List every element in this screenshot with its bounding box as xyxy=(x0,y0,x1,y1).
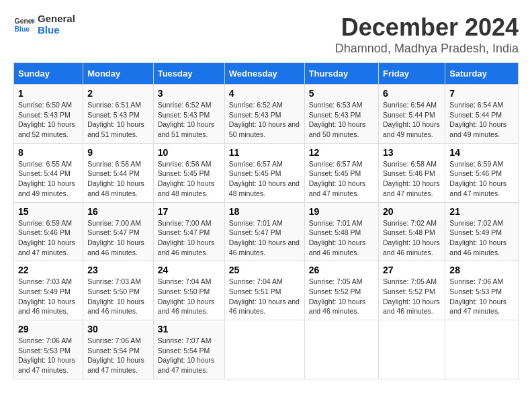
calendar-cell: 1Sunrise: 6:50 AMSunset: 5:43 PMDaylight… xyxy=(14,85,83,144)
calendar-cell: 30Sunrise: 7:06 AMSunset: 5:54 PMDayligh… xyxy=(83,320,154,379)
calendar-cell: 3Sunrise: 6:52 AMSunset: 5:43 PMDaylight… xyxy=(153,85,224,144)
calendar-cell: 11Sunrise: 6:57 AMSunset: 5:45 PMDayligh… xyxy=(224,143,304,202)
calendar-cell: 9Sunrise: 6:56 AMSunset: 5:44 PMDaylight… xyxy=(83,143,154,202)
day-number: 14 xyxy=(449,147,514,158)
day-info: Sunrise: 7:00 AMSunset: 5:47 PMDaylight:… xyxy=(87,219,144,257)
day-info: Sunrise: 6:57 AMSunset: 5:45 PMDaylight:… xyxy=(309,160,366,197)
calendar-cell: 17Sunrise: 7:00 AMSunset: 5:47 PMDayligh… xyxy=(153,202,224,261)
day-info: Sunrise: 7:06 AMSunset: 5:54 PMDaylight:… xyxy=(87,336,144,374)
day-number: 19 xyxy=(309,206,374,217)
day-info: Sunrise: 6:52 AMSunset: 5:43 PMDaylight:… xyxy=(229,101,300,138)
calendar-week-3: 15Sunrise: 6:59 AMSunset: 5:46 PMDayligh… xyxy=(14,202,519,261)
day-info: Sunrise: 6:50 AMSunset: 5:43 PMDaylight:… xyxy=(18,101,75,138)
day-info: Sunrise: 7:02 AMSunset: 5:48 PMDaylight:… xyxy=(383,219,440,257)
day-info: Sunrise: 6:56 AMSunset: 5:45 PMDaylight:… xyxy=(158,160,215,197)
day-info: Sunrise: 7:01 AMSunset: 5:48 PMDaylight:… xyxy=(309,219,366,257)
day-number: 18 xyxy=(229,206,300,217)
day-info: Sunrise: 7:05 AMSunset: 5:52 PMDaylight:… xyxy=(309,277,366,315)
day-number: 9 xyxy=(87,147,149,158)
header: General Blue General Blue December 2024 … xyxy=(13,13,519,56)
day-number: 5 xyxy=(309,88,374,99)
logo-line2: Blue xyxy=(38,25,75,36)
calendar-cell: 4Sunrise: 6:52 AMSunset: 5:43 PMDaylight… xyxy=(224,85,304,144)
calendar-cell xyxy=(379,320,445,379)
day-info: Sunrise: 7:04 AMSunset: 5:51 PMDaylight:… xyxy=(229,277,300,315)
day-info: Sunrise: 7:03 AMSunset: 5:50 PMDaylight:… xyxy=(87,277,144,315)
logo: General Blue General Blue xyxy=(13,13,75,36)
calendar-cell: 20Sunrise: 7:02 AMSunset: 5:48 PMDayligh… xyxy=(379,202,445,261)
calendar-cell: 22Sunrise: 7:03 AMSunset: 5:49 PMDayligh… xyxy=(14,261,83,320)
calendar-cell: 25Sunrise: 7:04 AMSunset: 5:51 PMDayligh… xyxy=(224,261,304,320)
day-number: 26 xyxy=(309,265,374,275)
day-number: 8 xyxy=(18,147,79,158)
col-monday: Monday xyxy=(83,63,154,85)
day-number: 2 xyxy=(87,88,149,99)
day-info: Sunrise: 6:59 AMSunset: 5:46 PMDaylight:… xyxy=(449,160,506,197)
calendar-week-4: 22Sunrise: 7:03 AMSunset: 5:49 PMDayligh… xyxy=(14,261,519,320)
day-number: 11 xyxy=(229,147,300,158)
day-info: Sunrise: 6:58 AMSunset: 5:46 PMDaylight:… xyxy=(383,160,440,197)
calendar-week-5: 29Sunrise: 7:06 AMSunset: 5:53 PMDayligh… xyxy=(14,320,519,379)
day-info: Sunrise: 6:59 AMSunset: 5:46 PMDaylight:… xyxy=(18,219,75,257)
col-sunday: Sunday xyxy=(14,63,83,85)
col-thursday: Thursday xyxy=(304,63,378,85)
calendar-cell: 16Sunrise: 7:00 AMSunset: 5:47 PMDayligh… xyxy=(83,202,154,261)
day-number: 16 xyxy=(87,206,149,217)
calendar-cell: 21Sunrise: 7:02 AMSunset: 5:49 PMDayligh… xyxy=(445,202,519,261)
day-info: Sunrise: 6:52 AMSunset: 5:43 PMDaylight:… xyxy=(158,101,215,138)
calendar-cell: 15Sunrise: 6:59 AMSunset: 5:46 PMDayligh… xyxy=(14,202,83,261)
col-wednesday: Wednesday xyxy=(224,63,304,85)
day-info: Sunrise: 6:53 AMSunset: 5:43 PMDaylight:… xyxy=(309,101,366,138)
day-info: Sunrise: 7:01 AMSunset: 5:47 PMDaylight:… xyxy=(229,219,300,257)
calendar-cell: 8Sunrise: 6:55 AMSunset: 5:44 PMDaylight… xyxy=(14,143,83,202)
calendar-cell: 7Sunrise: 6:54 AMSunset: 5:44 PMDaylight… xyxy=(445,85,519,144)
day-info: Sunrise: 7:07 AMSunset: 5:54 PMDaylight:… xyxy=(158,336,215,374)
calendar-cell: 29Sunrise: 7:06 AMSunset: 5:53 PMDayligh… xyxy=(14,320,83,379)
day-info: Sunrise: 6:57 AMSunset: 5:45 PMDaylight:… xyxy=(229,160,300,197)
day-info: Sunrise: 7:05 AMSunset: 5:52 PMDaylight:… xyxy=(383,277,440,315)
day-info: Sunrise: 6:54 AMSunset: 5:44 PMDaylight:… xyxy=(449,101,506,138)
calendar-week-1: 1Sunrise: 6:50 AMSunset: 5:43 PMDaylight… xyxy=(14,85,519,144)
day-number: 23 xyxy=(87,265,149,275)
day-number: 6 xyxy=(383,88,441,99)
day-info: Sunrise: 7:02 AMSunset: 5:49 PMDaylight:… xyxy=(449,219,506,257)
day-number: 28 xyxy=(449,265,514,275)
calendar-cell: 14Sunrise: 6:59 AMSunset: 5:46 PMDayligh… xyxy=(445,143,519,202)
day-number: 24 xyxy=(158,265,220,275)
day-number: 17 xyxy=(158,206,220,217)
day-info: Sunrise: 7:06 AMSunset: 5:53 PMDaylight:… xyxy=(18,336,75,374)
calendar-cell xyxy=(445,320,519,379)
calendar-cell: 2Sunrise: 6:51 AMSunset: 5:43 PMDaylight… xyxy=(83,85,154,144)
col-friday: Friday xyxy=(379,63,445,85)
calendar-cell xyxy=(304,320,378,379)
header-row: Sunday Monday Tuesday Wednesday Thursday… xyxy=(14,63,519,85)
day-info: Sunrise: 6:51 AMSunset: 5:43 PMDaylight:… xyxy=(87,101,144,138)
main-title: December 2024 xyxy=(335,13,519,42)
day-info: Sunrise: 6:55 AMSunset: 5:44 PMDaylight:… xyxy=(18,160,75,197)
calendar-cell: 23Sunrise: 7:03 AMSunset: 5:50 PMDayligh… xyxy=(83,261,154,320)
day-number: 10 xyxy=(158,147,220,158)
logo-icon: General Blue xyxy=(13,14,35,36)
day-number: 13 xyxy=(383,147,441,158)
day-number: 30 xyxy=(87,324,149,334)
calendar-cell: 24Sunrise: 7:04 AMSunset: 5:50 PMDayligh… xyxy=(153,261,224,320)
calendar-cell: 31Sunrise: 7:07 AMSunset: 5:54 PMDayligh… xyxy=(153,320,224,379)
col-saturday: Saturday xyxy=(445,63,519,85)
day-number: 29 xyxy=(18,324,79,334)
day-info: Sunrise: 6:56 AMSunset: 5:44 PMDaylight:… xyxy=(87,160,144,197)
calendar-week-2: 8Sunrise: 6:55 AMSunset: 5:44 PMDaylight… xyxy=(14,143,519,202)
calendar-cell: 6Sunrise: 6:54 AMSunset: 5:44 PMDaylight… xyxy=(379,85,445,144)
day-number: 31 xyxy=(158,324,220,334)
day-number: 3 xyxy=(158,88,220,99)
day-number: 27 xyxy=(383,265,441,275)
svg-text:Blue: Blue xyxy=(15,25,30,32)
day-number: 1 xyxy=(18,88,79,99)
day-info: Sunrise: 7:06 AMSunset: 5:53 PMDaylight:… xyxy=(449,277,506,315)
calendar-cell: 10Sunrise: 6:56 AMSunset: 5:45 PMDayligh… xyxy=(153,143,224,202)
day-number: 12 xyxy=(309,147,374,158)
subtitle: Dhamnod, Madhya Pradesh, India xyxy=(335,42,519,56)
calendar-cell: 26Sunrise: 7:05 AMSunset: 5:52 PMDayligh… xyxy=(304,261,378,320)
day-info: Sunrise: 6:54 AMSunset: 5:44 PMDaylight:… xyxy=(383,101,440,138)
day-info: Sunrise: 7:03 AMSunset: 5:49 PMDaylight:… xyxy=(18,277,75,315)
logo-line1: General xyxy=(38,13,75,25)
